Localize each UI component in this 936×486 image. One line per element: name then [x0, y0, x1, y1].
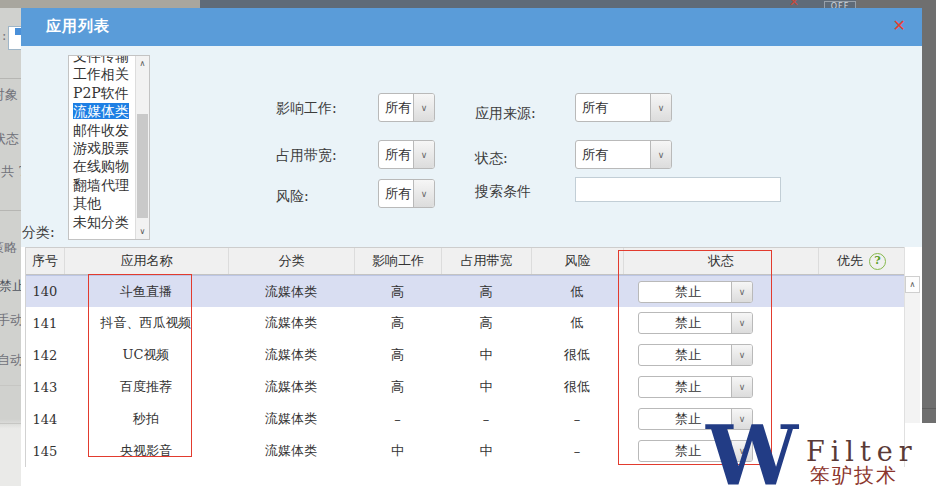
cell-category: 流媒体类 — [228, 403, 354, 435]
cell-impact: – — [354, 403, 441, 435]
category-item-label: P2P软件 — [73, 85, 129, 101]
impact-select[interactable]: 所有 ∨ — [378, 93, 435, 122]
header-risk: 风险 — [531, 248, 623, 274]
background-top-strip-right — [856, 0, 936, 8]
cell-bandwidth: 中 — [441, 371, 531, 403]
category-item[interactable]: P2P软件 — [69, 84, 135, 102]
cell-impact: 高 — [354, 371, 441, 403]
category-item[interactable]: 其他 — [69, 194, 135, 212]
background-dim-overlay-left: : 对象 状态 共 73 策略 禁止 手动 自动 — [0, 8, 21, 486]
cell-risk: 很低 — [531, 371, 623, 403]
cell-risk: 很低 — [531, 339, 623, 371]
category-item[interactable]: 工作相关 — [69, 65, 135, 83]
table-scrollbar[interactable]: ∧ — [905, 276, 920, 423]
scroll-up-icon[interactable]: ∧ — [905, 276, 920, 293]
header-bandwidth: 占用带宽 — [441, 248, 531, 274]
bandwidth-select[interactable]: 所有 ∨ — [378, 140, 435, 169]
scrollbar-thumb[interactable] — [137, 114, 148, 218]
background-off-toggle: OFF — [824, 1, 856, 8]
cell-priority — [818, 403, 904, 435]
category-listbox-items: 文件传输工作相关P2P软件流媒体类邮件收发游戏股票在线购物翻墙代理其他未知分类 — [69, 55, 135, 231]
cell-priority — [818, 371, 904, 403]
cell-impact: 高 — [354, 276, 441, 307]
cell-category: 流媒体类 — [228, 339, 354, 371]
source-select[interactable]: 所有 ∨ — [575, 93, 672, 122]
background-label-status: 状态 — [0, 130, 19, 148]
cell-id: 143 — [26, 371, 64, 403]
status-filter-select[interactable]: 所有 ∨ — [575, 140, 672, 169]
category-item[interactable]: 未知分类 — [69, 213, 135, 231]
category-label: 分类: — [22, 224, 55, 242]
category-item[interactable]: 游戏股票 — [69, 139, 135, 157]
chevron-down-icon[interactable]: ∨ — [413, 94, 434, 121]
category-item-label: 其他 — [73, 195, 101, 211]
category-item-label: 流媒体类 — [73, 103, 129, 119]
background-top-strip-left — [0, 0, 200, 8]
cell-id: 144 — [26, 403, 64, 435]
background-divider — [0, 423, 21, 424]
source-select-value: 所有 — [576, 99, 650, 117]
background-divider — [0, 385, 21, 386]
annotation-rect-app-name — [88, 274, 192, 457]
category-item-label: 未知分类 — [73, 214, 129, 230]
wfilter-w-icon: W — [706, 414, 798, 486]
filter-label-risk: 风险: — [276, 188, 309, 206]
background-input-fragment — [8, 26, 21, 50]
cell-risk: – — [531, 403, 623, 435]
scroll-up-icon[interactable]: ∧ — [136, 56, 149, 71]
cell-impact: 高 — [354, 307, 441, 339]
background-label-auto: 自动 — [0, 351, 21, 369]
category-item[interactable]: 流媒体类 — [69, 102, 135, 120]
cell-category: 流媒体类 — [228, 276, 354, 307]
chevron-down-icon[interactable]: ∨ — [650, 141, 671, 168]
impact-select-value: 所有 — [379, 99, 413, 117]
cell-category: 流媒体类 — [228, 371, 354, 403]
risk-select[interactable]: 所有 ∨ — [378, 179, 435, 208]
filter-label-impact: 影响工作: — [276, 100, 337, 118]
background-dim-overlay-right — [922, 8, 936, 423]
cell-impact: 中 — [354, 435, 441, 467]
background-label-forbid: 禁止 — [0, 277, 21, 295]
category-item[interactable]: 文件传输 — [69, 55, 135, 65]
cell-bandwidth: 中 — [441, 339, 531, 371]
cell-id: 145 — [26, 435, 64, 467]
cell-risk: 低 — [531, 276, 623, 307]
filter-label-source: 应用来源: — [475, 105, 536, 123]
wfilter-cn-name: 笨驴技术 — [810, 462, 898, 486]
cell-bandwidth: – — [441, 403, 531, 435]
scroll-down-icon[interactable]: ∨ — [136, 224, 149, 239]
background-label-policy: 策略 — [0, 239, 17, 257]
header-priority: 优先 ? — [818, 248, 904, 274]
search-input[interactable] — [575, 177, 781, 202]
category-item[interactable]: 翻墙代理 — [69, 176, 135, 194]
cell-id: 140 — [26, 276, 64, 307]
cell-id: 141 — [26, 307, 64, 339]
cell-priority — [818, 307, 904, 339]
header-id: 序号 — [26, 248, 64, 274]
chevron-down-icon[interactable]: ∨ — [650, 94, 671, 121]
cell-priority — [818, 276, 904, 307]
filter-label-status: 状态: — [475, 150, 508, 168]
table-header: 序号 应用名称 分类 影响工作 占用带宽 风险 状态 优先 ? — [26, 247, 904, 275]
chevron-down-icon[interactable]: ∨ — [413, 141, 434, 168]
category-item[interactable]: 在线购物 — [69, 157, 135, 175]
header-impact: 影响工作 — [354, 248, 441, 274]
background-divider — [0, 78, 21, 79]
close-icon[interactable]: ✕ — [893, 17, 906, 35]
header-app-name: 应用名称 — [64, 248, 228, 274]
cell-bandwidth: 高 — [441, 307, 531, 339]
chevron-down-icon[interactable]: ∨ — [413, 180, 434, 207]
background-row-line — [922, 408, 936, 409]
category-listbox-scrollbar[interactable]: ∧ ∨ — [135, 56, 149, 239]
category-item-label: 游戏股票 — [73, 140, 129, 156]
category-item-label: 翻墙代理 — [73, 177, 129, 193]
cell-category: 流媒体类 — [228, 435, 354, 467]
category-item[interactable]: 邮件收发 — [69, 121, 135, 139]
background-label-count: 共 73 — [1, 163, 21, 181]
header-category: 分类 — [228, 248, 354, 274]
dialog-titlebar: 应用列表 ✕ — [21, 8, 922, 46]
dialog-title: 应用列表 — [46, 17, 110, 36]
help-icon[interactable]: ? — [869, 253, 886, 270]
filter-label-bandwidth: 占用带宽: — [276, 147, 337, 165]
category-listbox[interactable]: 文件传输工作相关P2P软件流媒体类邮件收发游戏股票在线购物翻墙代理其他未知分类 … — [68, 55, 150, 240]
